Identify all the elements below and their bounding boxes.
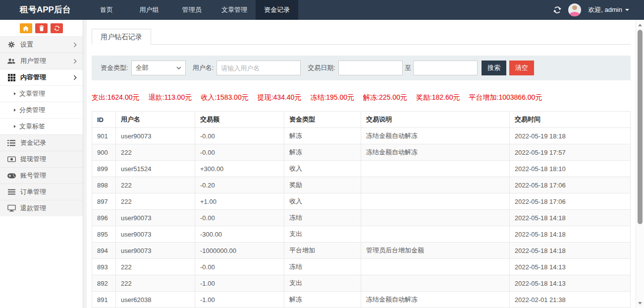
- navbar-right: 欢迎, admin: [553, 0, 644, 20]
- refresh-icon[interactable]: [553, 6, 561, 14]
- table-cell: 893: [92, 259, 116, 275]
- sidebar-item-9[interactable]: 订单管理: [0, 184, 83, 200]
- records-table: ID用户名交易额资金类型交易说明交易时间 901user90073-0.00解冻…: [92, 111, 631, 308]
- app-brand: 租号APP后台: [0, 0, 85, 20]
- table-cell: 冻结: [284, 210, 361, 226]
- table-cell: 平台增加: [284, 243, 361, 259]
- sidebar-item-3[interactable]: 文章管理: [0, 85, 83, 102]
- sidebar-item-4[interactable]: 分类管理: [0, 102, 83, 118]
- table-header-cell: 交易说明: [361, 112, 510, 128]
- table-cell: 2022-05-18 17:06: [510, 193, 631, 210]
- scroll-down-arrow[interactable]: [636, 299, 644, 307]
- table-cell: 管理员后台增加金额: [361, 243, 510, 259]
- table-cell: [361, 275, 510, 292]
- table-cell: 222: [116, 177, 195, 193]
- table-cell: 支出: [284, 275, 361, 292]
- stat-item: 平台增加:1003866.00元: [469, 93, 542, 102]
- table-cell: 895: [92, 226, 116, 243]
- username-label: 用户名:: [193, 63, 214, 72]
- table-cell: 222: [116, 193, 195, 210]
- trash-button[interactable]: [35, 23, 48, 33]
- clear-button[interactable]: 清空: [509, 61, 534, 75]
- date-from-input[interactable]: [338, 61, 403, 75]
- table-cell: 收入: [284, 193, 361, 210]
- table-cell: -0.00: [195, 144, 284, 161]
- fund-type-group: 资金类型: 全部: [101, 61, 186, 75]
- table-row: 893222-0.00冻结2022-05-18 14:13: [92, 259, 631, 275]
- table-cell: -300.00: [195, 226, 284, 243]
- gears-icon: [7, 41, 16, 49]
- table-cell: user51524: [116, 161, 195, 177]
- table-cell: 222: [116, 259, 195, 275]
- table-cell: 2022-05-18 14:18: [510, 243, 631, 259]
- table-cell: [361, 259, 510, 275]
- fund-type-select[interactable]: 全部: [131, 61, 186, 75]
- sidebar-item-0[interactable]: 设置: [0, 36, 83, 53]
- table-cell: 2022-05-18 17:06: [510, 177, 631, 193]
- table-cell: 2022-02-01 21:38: [510, 292, 631, 308]
- scroll-up-arrow[interactable]: [636, 21, 644, 29]
- table-row: 896user90073-0.00冻结2022-05-18 14:18: [92, 210, 631, 226]
- search-button[interactable]: 搜索: [482, 61, 506, 75]
- quick-buttons: [0, 20, 83, 36]
- table-cell: 2022-05-18 18:10: [510, 161, 631, 177]
- table-cell: 901: [92, 128, 116, 144]
- sidebar-item-6[interactable]: 资金记录: [0, 134, 83, 151]
- table-cell: [361, 193, 510, 210]
- stat-item: 奖励:182.60元: [416, 93, 460, 102]
- stat-item: 冻结:195.00元: [310, 93, 354, 102]
- triangle-right-icon: [14, 125, 16, 128]
- scrollbar-thumb[interactable]: [638, 30, 643, 224]
- table-cell: 2022-05-19 17:57: [510, 144, 631, 161]
- nav-item-1[interactable]: 用户组: [128, 0, 170, 20]
- table-cell: 900: [92, 144, 116, 161]
- table-cell: 解冻: [284, 144, 361, 161]
- table-cell: 支出: [284, 226, 361, 243]
- stat-item: 提现:434.40元: [258, 93, 302, 102]
- nav-item-3[interactable]: 文章管理: [213, 0, 256, 20]
- table-cell: 收入: [284, 161, 361, 177]
- chevron-right-icon: [73, 75, 77, 80]
- table-cell: 898: [92, 177, 116, 193]
- sidebar-item-10[interactable]: 退款管理: [0, 200, 83, 216]
- recycle-button[interactable]: [51, 23, 63, 33]
- chevron-right-icon: [73, 59, 77, 64]
- table-cell: user90073: [116, 128, 195, 144]
- user-menu[interactable]: 欢迎, admin: [588, 5, 629, 14]
- fund-type-value: 全部: [136, 63, 176, 72]
- table-cell: user62038: [116, 292, 195, 308]
- main-nav: 首页 用户组 管理员 文章管理 资金记录: [85, 0, 298, 20]
- table-cell: -1.00: [195, 292, 284, 308]
- table-cell: 奖励: [284, 177, 361, 193]
- welcome-text: 欢迎, admin: [588, 5, 622, 14]
- stat-item: 退款:113.00元: [149, 93, 192, 102]
- desktop-icon: [7, 204, 16, 212]
- tab-user-diamond-records[interactable]: 用户钻石记录: [92, 29, 151, 45]
- table-header-cell: ID: [92, 112, 116, 128]
- table-cell: 894: [92, 243, 116, 259]
- table-cell: 899: [92, 161, 116, 177]
- nav-item-4[interactable]: 资金记录: [256, 0, 298, 20]
- table-cell: 2022-05-18 14:18: [510, 226, 631, 243]
- avatar[interactable]: [568, 3, 581, 16]
- table-cell: 891: [92, 292, 116, 308]
- table-cell: 冻结金额自动解冻: [361, 128, 510, 144]
- table-cell: -0.20: [195, 177, 284, 193]
- username-input[interactable]: [216, 61, 301, 75]
- table-cell: 解冻: [284, 292, 361, 308]
- nav-item-2[interactable]: 管理员: [170, 0, 213, 20]
- sidebar-item-1[interactable]: 用户管理: [0, 53, 83, 69]
- sidebar-item-2[interactable]: 内容管理: [0, 69, 83, 85]
- sidebar: 设置 用户管理 内容管理 文章管理 分类管理 文章标签 资金记录 提现管理: [0, 20, 83, 308]
- sidebar-item-8[interactable]: 账号管理: [0, 167, 83, 184]
- nav-item-0[interactable]: 首页: [85, 0, 128, 20]
- sidebar-item-7[interactable]: 提现管理: [0, 151, 83, 167]
- date-to-input[interactable]: [413, 61, 478, 75]
- table-cell: 892: [92, 275, 116, 292]
- table-header-cell: 交易时间: [510, 112, 631, 128]
- sidebar-item-5[interactable]: 文章标签: [0, 118, 83, 134]
- home-button[interactable]: [20, 23, 32, 33]
- table-header-cell: 资金类型: [284, 112, 361, 128]
- table-row: 898222-0.20奖励2022-05-18 17:06: [92, 177, 631, 193]
- vertical-scrollbar[interactable]: [636, 20, 644, 308]
